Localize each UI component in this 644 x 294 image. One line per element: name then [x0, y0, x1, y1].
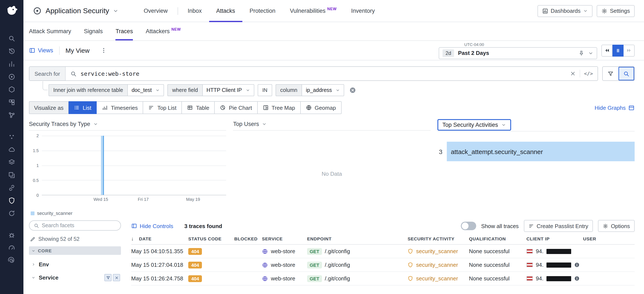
kebab-menu-icon[interactable]	[100, 47, 107, 54]
infrastructure-icon[interactable]	[8, 86, 15, 93]
nav-item-inventory[interactable]: Inventory	[344, 0, 382, 22]
visualize-as-label: Visualize as	[29, 101, 68, 114]
viz-list-button[interactable]: List	[68, 101, 97, 114]
search-input[interactable]	[80, 70, 566, 77]
range-shortcut[interactable]: 2d	[442, 49, 454, 57]
integrations-icon[interactable]	[8, 184, 15, 191]
watchdog-icon[interactable]	[8, 73, 15, 80]
operator-box[interactable]: IN	[258, 84, 272, 96]
clear-search-icon[interactable]	[570, 71, 576, 77]
column-select[interactable]: ip_address	[302, 84, 344, 96]
col-service[interactable]: SERVICE	[262, 236, 307, 241]
show-all-traces-toggle[interactable]	[461, 222, 476, 230]
containers-icon[interactable]	[8, 99, 15, 106]
viz-treemap-button[interactable]: Tree Map	[258, 101, 300, 114]
nav-item-protection[interactable]: Protection	[242, 0, 283, 22]
search-icon[interactable]	[8, 35, 15, 42]
facet-clear-icon[interactable]	[113, 274, 120, 281]
col-date[interactable]: ↓DATE	[131, 236, 188, 242]
hide-graphs-link[interactable]: Hide Graphs	[594, 104, 635, 111]
col-qualification[interactable]: QUALIFICATION	[469, 236, 526, 241]
code-view-icon[interactable]: </>	[584, 71, 593, 77]
dashboards-button[interactable]: Dashboards	[538, 5, 592, 17]
viz-table-button[interactable]: Table	[182, 101, 215, 114]
fast-forward-button[interactable]	[624, 44, 635, 56]
top-users-header[interactable]: Top Users	[233, 121, 430, 131]
monitors-icon[interactable]	[8, 244, 15, 252]
col-status-code[interactable]: STATUS CODE	[188, 236, 234, 241]
compliance-icon[interactable]	[8, 210, 15, 217]
viz-toplist-button[interactable]: Top List	[143, 101, 182, 114]
activities-dropdown[interactable]: Top Security Activities	[437, 119, 511, 131]
facet-service[interactable]: Service	[29, 274, 121, 281]
history-icon[interactable]	[8, 48, 15, 55]
nav-item-overview[interactable]: Overview	[136, 0, 175, 22]
facet-env[interactable]: Env	[29, 261, 121, 268]
chevron-down-icon	[32, 249, 35, 253]
playback-controls	[602, 44, 635, 56]
network-icon[interactable]	[8, 159, 15, 166]
error-tracking-icon[interactable]	[8, 232, 15, 239]
chevron-down-icon[interactable]	[588, 50, 593, 55]
metrics-icon[interactable]	[8, 60, 15, 68]
tab-attackers[interactable]: AttackersNEW	[146, 22, 181, 40]
time-range-picker[interactable]: 2d Past 2 Days	[439, 47, 597, 59]
facet-search-input[interactable]	[42, 223, 116, 229]
viz-piechart-button[interactable]: Pie Chart	[215, 101, 258, 114]
table-row[interactable]: May 15 01:27:04.018 404 web-store GET/.g…	[131, 258, 635, 272]
status-badge: 404	[188, 275, 202, 282]
options-button[interactable]: Options	[598, 220, 635, 232]
cloud-icon[interactable]	[8, 146, 15, 153]
run-search-button[interactable]	[618, 67, 634, 80]
viz-geomap-button[interactable]: Geomap	[300, 101, 342, 114]
security-icon[interactable]	[8, 197, 15, 204]
view-bar: Views My View UTC-04:00 2d Past 2 Days	[24, 41, 644, 60]
tab-attack-summary[interactable]: Attack Summary	[29, 22, 71, 40]
join-connector-line	[42, 81, 48, 90]
service-map-icon[interactable]	[8, 111, 15, 119]
nav-item-vulnerabilities[interactable]: VulnerabilitiesNEW	[282, 0, 344, 22]
bar-security-scanner[interactable]	[101, 136, 103, 195]
hide-controls-link[interactable]: Hide Controls	[131, 223, 173, 229]
traces-by-type-header[interactable]: Security Traces by Type	[29, 121, 226, 131]
bar-security-scanner[interactable]	[103, 136, 104, 195]
apm-icon[interactable]	[8, 171, 15, 179]
col-client-ip[interactable]: CLIENT IP	[526, 236, 583, 241]
views-button[interactable]: Views	[29, 47, 53, 54]
chart-legend[interactable]: security_scanner	[31, 211, 226, 216]
filter-icon[interactable]	[603, 67, 618, 80]
tab-traces[interactable]: Traces	[116, 22, 133, 40]
pin-icon[interactable]	[578, 50, 584, 56]
top-activity-row[interactable]: 3 attack_attempt.security_scanner	[437, 142, 635, 161]
col-blocked[interactable]: BLOCKED	[234, 236, 262, 241]
facet-group-core[interactable]: CORE	[29, 246, 121, 255]
pencil-icon[interactable]	[30, 236, 35, 242]
processes-icon[interactable]	[8, 133, 15, 140]
tab-signals[interactable]: Signals	[84, 22, 103, 40]
rewind-button[interactable]	[602, 44, 612, 56]
top-activity-bar-fill[interactable]: attack_attempt.security_scanner	[446, 142, 635, 161]
col-security-activity[interactable]: SECURITY ACTIVITY	[408, 236, 469, 241]
product-switcher[interactable]: Application Security	[33, 6, 118, 15]
pause-button[interactable]	[612, 44, 624, 56]
nav-item-inbox[interactable]: Inbox	[180, 0, 209, 22]
reference-table-select[interactable]: doc_test	[127, 84, 164, 96]
field-select[interactable]: HTTP Client IP	[202, 84, 254, 96]
col-user[interactable]: USER	[583, 236, 635, 241]
timeseries-chart[interactable]: 2 1.5 1 0.5 0	[29, 136, 226, 195]
settings-button[interactable]: Settings	[597, 5, 635, 17]
profiling-icon[interactable]	[8, 257, 15, 264]
info-icon[interactable]	[574, 262, 580, 268]
remove-join-icon[interactable]	[350, 87, 356, 94]
datadog-logo[interactable]	[5, 3, 18, 17]
facet-filter-icon[interactable]	[104, 274, 112, 281]
nav-item-attacks[interactable]: Attacks	[209, 0, 242, 22]
table-row[interactable]: May 15 01:26:24.758 404 web-store GET/.g…	[131, 272, 635, 286]
create-passlist-button[interactable]: Create Passlist Entry	[524, 220, 593, 232]
col-endpoint[interactable]: ENDPOINT	[307, 236, 408, 241]
collapse-panel-icon	[628, 104, 635, 111]
table-row[interactable]: May 15 04:10:51.355 404 web-store GET/.g…	[131, 245, 635, 258]
current-view-name[interactable]: My View	[66, 47, 90, 54]
info-icon[interactable]	[574, 276, 580, 281]
viz-timeseries-button[interactable]: Timeseries	[97, 101, 143, 114]
